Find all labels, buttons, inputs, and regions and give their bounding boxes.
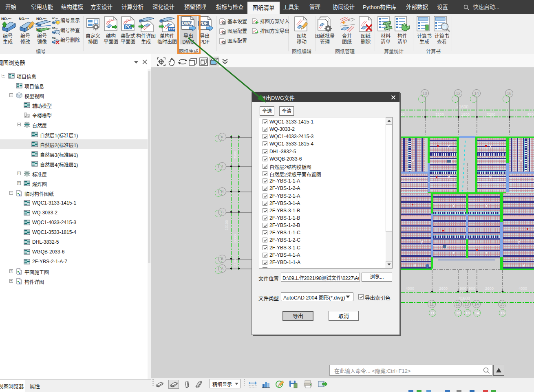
svg-text:NO.: NO. — [36, 17, 43, 21]
svg-text:PC: PC — [125, 25, 131, 29]
svg-text:NO.--: NO.-- — [52, 37, 58, 39]
svg-text:NO.--: NO.-- — [52, 27, 58, 29]
svg-text:NO.: NO. — [1, 17, 8, 21]
svg-text:TEP: TEP — [169, 27, 175, 31]
svg-text:---: --- — [8, 16, 11, 20]
svg-text:---: --- — [43, 16, 46, 20]
svg-text:---: --- — [25, 16, 29, 20]
svg-text:NO.--: NO.-- — [52, 17, 58, 20]
svg-text:NO.: NO. — [19, 17, 25, 21]
